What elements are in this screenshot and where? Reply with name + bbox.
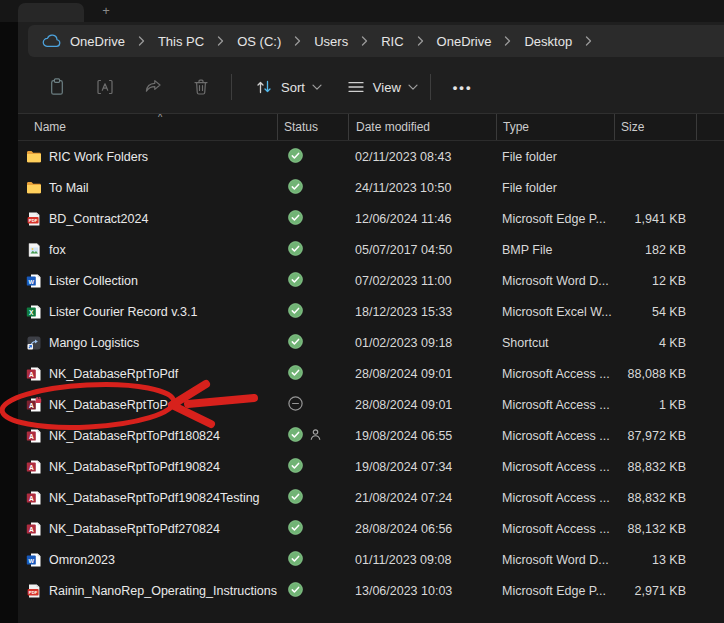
breadcrumb-item-ric[interactable]: RIC [381, 34, 403, 49]
breadcrumb-chevron-icon[interactable] [360, 36, 369, 46]
breadcrumb-item-this-pc[interactable]: This PC [158, 34, 204, 49]
file-size: 13 KB [614, 553, 696, 567]
more-options-button[interactable]: ••• [441, 80, 485, 95]
column-header-status[interactable]: Status [277, 114, 348, 140]
sync-synced-icon [288, 148, 303, 166]
svg-text:W: W [29, 278, 35, 284]
file-size: 87,972 KB [614, 429, 696, 443]
new-tab-button[interactable]: + [96, 2, 116, 20]
sync-synced-icon [288, 365, 303, 383]
breadcrumb-chevron-icon[interactable] [216, 36, 225, 46]
file-name: Lister Collection [49, 274, 138, 288]
file-row[interactable]: ANK_DatabaseRptToPdf27082428/08/2024 06:… [18, 513, 724, 544]
file-name: NK_DatabaseRptToPdf190824Testing [49, 491, 260, 505]
file-row[interactable]: ANK_DatabaseRptToPdf19082419/08/2024 07:… [18, 451, 724, 482]
rename-button[interactable] [87, 69, 123, 105]
sort-button[interactable]: Sort [242, 69, 334, 105]
breadcrumb-item-os-c-[interactable]: OS (C:) [237, 34, 281, 49]
file-size: 4 KB [614, 336, 696, 350]
explorer-tab[interactable] [18, 3, 84, 22]
file-name: RIC Work Folders [49, 150, 148, 164]
file-size: 2,971 KB [614, 584, 696, 598]
chevron-down-icon [408, 84, 418, 91]
file-row[interactable]: XLister Courier Record v.3.118/12/2023 1… [18, 296, 724, 327]
date-modified: 18/12/2023 15:33 [348, 305, 496, 319]
svg-text:X: X [29, 308, 34, 315]
date-modified: 21/08/2024 07:24 [348, 491, 496, 505]
file-name: NK_DatabaseRptToPdf190824 [49, 460, 220, 474]
breadcrumb[interactable]: OneDriveThis PCOS (C:)UsersRICOneDriveDe… [28, 25, 724, 57]
file-name: NK_DatabaseRptToPdf180824 [49, 429, 220, 443]
file-type: Microsoft Access ... [496, 398, 614, 412]
onedrive-cloud-icon [42, 34, 61, 48]
svg-text:PDF: PDF [29, 590, 38, 595]
file-row[interactable]: fox05/07/2017 04:50BMP File182 KB [18, 234, 724, 265]
file-type: Microsoft Access ... [496, 522, 614, 536]
svg-text:A: A [29, 463, 34, 470]
file-size: 12 KB [614, 274, 696, 288]
sync-synced-icon [288, 179, 303, 197]
date-modified: 12/06/2024 11:46 [348, 212, 496, 226]
view-button[interactable]: View [334, 69, 430, 105]
sort-label: Sort [281, 80, 305, 95]
breadcrumb-chevron-icon[interactable] [503, 36, 512, 46]
column-header-size[interactable]: Size [614, 114, 696, 140]
file-size: 88,132 KB [614, 522, 696, 536]
file-row[interactable]: To Mail24/11/2023 10:50File folder [18, 172, 724, 203]
svg-text:PDF: PDF [29, 218, 38, 223]
breadcrumb-item-desktop[interactable]: Desktop [524, 34, 572, 49]
breadcrumb-chevron-icon[interactable] [137, 36, 146, 46]
sync-synced-icon [288, 582, 303, 600]
excel-icon: X [26, 304, 42, 320]
sync-synced-icon [288, 551, 303, 569]
file-name: NK_DatabaseRptToPdf [49, 367, 178, 381]
access-icon: A [26, 490, 42, 506]
breadcrumb-item-onedrive[interactable]: OneDrive [70, 34, 125, 49]
folder-icon [26, 149, 42, 165]
sort-icon [254, 77, 274, 97]
file-row[interactable]: RIC Work Folders02/11/2023 08:43File fol… [18, 141, 724, 172]
file-size: 1 KB [614, 398, 696, 412]
file-row[interactable]: PDFRainin_NanoRep_Operating_Instructions… [18, 575, 724, 606]
word-icon: W [26, 273, 42, 289]
file-row[interactable]: PDFBD_Contract202412/06/2024 11:46Micros… [18, 203, 724, 234]
file-row[interactable]: ANK_DatabaseRptToPdf190824Testing21/08/2… [18, 482, 724, 513]
breadcrumb-chevron-icon[interactable] [293, 36, 302, 46]
column-header-name[interactable]: Name [18, 114, 277, 140]
column-headers: Name Status Date modified Type Size ^ [18, 114, 724, 141]
column-header-type[interactable]: Type [496, 114, 614, 140]
file-row[interactable]: Mango Logistics01/02/2023 09:18Shortcut4… [18, 327, 724, 358]
date-modified: 28/08/2024 09:01 [348, 367, 496, 381]
delete-button[interactable] [183, 69, 219, 105]
status-cell [277, 582, 348, 600]
column-header-date-modified[interactable]: Date modified [348, 114, 496, 140]
breadcrumb-chevron-icon[interactable] [416, 36, 425, 46]
file-row-annotated[interactable]: ANK_DatabaseRptToPdf28/08/2024 09:01Micr… [18, 389, 724, 420]
sync-synced-icon [288, 458, 303, 476]
breadcrumb-item-users[interactable]: Users [314, 34, 348, 49]
status-cell [277, 427, 348, 445]
command-toolbar: Sort View ••• [0, 61, 724, 114]
share-button[interactable] [135, 69, 171, 105]
breadcrumb-chevron-icon[interactable] [584, 36, 593, 46]
file-row[interactable]: ANK_DatabaseRptToPdf18082419/08/2024 06:… [18, 420, 724, 451]
file-name: Rainin_NanoRep_Operating_Instructions [49, 584, 277, 598]
file-size: 182 KB [614, 243, 696, 257]
file-type: Microsoft Edge P... [496, 584, 614, 598]
breadcrumb-item-onedrive[interactable]: OneDrive [437, 34, 492, 49]
file-row[interactable]: WLister Collection07/02/2023 11:00Micros… [18, 265, 724, 296]
folder-icon [26, 180, 42, 196]
date-modified: 01/11/2023 09:08 [348, 553, 496, 567]
sync-synced-icon [288, 427, 303, 445]
toolbar-divider [231, 74, 232, 100]
file-row[interactable]: ANK_DatabaseRptToPdf28/08/2024 09:01Micr… [18, 358, 724, 389]
access-icon: A [26, 459, 42, 475]
rename-icon [95, 77, 115, 97]
file-row[interactable]: WOmron202301/11/2023 09:08Microsoft Word… [18, 544, 724, 575]
svg-text:W: W [29, 557, 35, 563]
status-cell [277, 179, 348, 197]
file-type: Microsoft Access ... [496, 429, 614, 443]
sync-excluded-icon [288, 396, 303, 414]
paste-button[interactable] [39, 69, 75, 105]
status-cell [277, 458, 348, 476]
